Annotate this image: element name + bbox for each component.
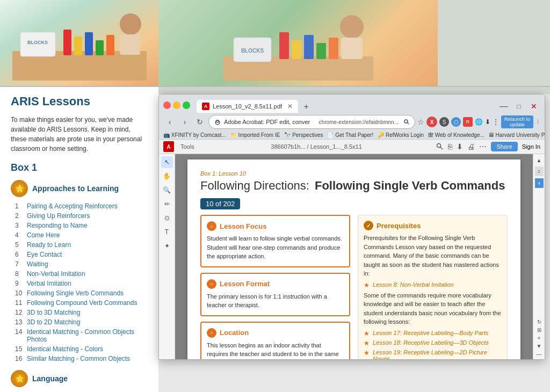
location-icon: ○ xyxy=(207,328,216,338)
window-maximize-button[interactable] xyxy=(183,101,190,109)
pdf-download-icon[interactable]: ⬇ xyxy=(457,142,463,151)
pdf-print-icon[interactable]: 🖨 xyxy=(467,142,475,151)
list-item: 16Similar Matching - Common Objects xyxy=(15,354,148,364)
lesson-link-waiting[interactable]: Waiting xyxy=(27,260,48,268)
pdf-hand-tool[interactable]: ✋ xyxy=(161,170,173,182)
new-tab-button[interactable]: + xyxy=(300,101,312,113)
lesson-link-following-compound[interactable]: Following Compound Verb Commands xyxy=(27,299,137,307)
location-box: ○ Location This lesson begins as an indo… xyxy=(200,322,350,360)
bookmark-item[interactable]: 🔭 Perspectives xyxy=(284,132,323,138)
share-button[interactable]: Share xyxy=(491,142,517,151)
back-button[interactable]: ‹ xyxy=(163,115,176,128)
extension-icon-1[interactable]: X xyxy=(426,117,437,127)
lesson-link[interactable]: Ready to Learn xyxy=(27,241,71,249)
pdf-zoom-in-icon[interactable]: + xyxy=(538,335,541,341)
pdf-main[interactable]: Box 1: Lesson 10 Following Directions: F… xyxy=(175,154,533,359)
adobe-logo: A xyxy=(163,141,174,152)
page-thumb-2[interactable]: 2 xyxy=(535,166,544,176)
forward-button[interactable]: › xyxy=(178,115,191,128)
hero-image-top: BLOCKS xyxy=(158,0,438,86)
svg-rect-14 xyxy=(74,37,82,55)
star-item-4: ★ Lesson 19: Receptive Labeling—2D Pictu… xyxy=(364,349,502,360)
lesson-link[interactable]: 3D to 2D Matching xyxy=(27,318,80,326)
svg-rect-15 xyxy=(85,32,93,55)
pdf-cursor-tool[interactable]: ↖ xyxy=(161,156,173,168)
svg-rect-13 xyxy=(63,30,71,55)
tab-close-button[interactable]: ✕ xyxy=(287,103,293,110)
svg-point-22 xyxy=(404,120,408,123)
lesson-link[interactable]: Non-Verbal Imitation xyxy=(27,270,85,278)
extension-icon-2[interactable]: S xyxy=(439,117,449,127)
pdf-stamp-tool[interactable]: ✦ xyxy=(161,240,173,252)
window-close-button[interactable] xyxy=(163,101,171,109)
lesson-link[interactable]: Pairing & Accepting Reinforcers xyxy=(27,202,118,210)
lesson-link[interactable]: Similar Matching - Common Objects xyxy=(27,355,130,362)
download-icon[interactable]: ⬇ xyxy=(485,118,490,126)
tools-button[interactable]: Tools xyxy=(178,142,197,151)
bookmark-item[interactable]: 📁 Imported From IE xyxy=(230,132,280,138)
url-bar[interactable]: Adobe Acrobat: PDF edit, conver chrome-e… xyxy=(208,115,415,129)
pdf-nav-up[interactable]: ▲ xyxy=(535,156,543,164)
window-restore-btn[interactable]: □ xyxy=(512,100,525,113)
bookmark-item[interactable]: 📄 Get That Paper! xyxy=(327,132,373,138)
window-close-btn2[interactable]: ✕ xyxy=(527,100,540,113)
pdf-nav-down[interactable]: ▼ xyxy=(537,343,542,349)
bookmark-item[interactable]: 🕸 Web of Knowledge... xyxy=(428,132,484,138)
box-title: Box 1 xyxy=(11,162,148,173)
pdf-text-tool[interactable]: T xyxy=(161,226,173,238)
pdf-more-icon[interactable]: ⋯ xyxy=(479,142,487,151)
pdf-annotate-tool[interactable]: ✏ xyxy=(161,198,173,210)
reload-button[interactable]: ↻ xyxy=(193,115,206,128)
prerequisites-label: Prerequisites xyxy=(377,222,421,230)
bookmark-item[interactable]: 🔑 RefWorks Login xyxy=(378,132,424,138)
bookmark-item[interactable]: 📺 XFINITY by Comcast... xyxy=(163,132,226,138)
lesson-link[interactable]: 3D to 3D Matching xyxy=(27,309,80,316)
page-thumb-4[interactable]: 4 xyxy=(535,178,544,188)
pdf-copy-icon[interactable]: ⎘ xyxy=(448,142,452,151)
signin-link[interactable]: Sign In xyxy=(522,143,540,150)
pdf-search-icon[interactable] xyxy=(436,143,444,150)
lock-icon xyxy=(214,119,221,125)
pdf-refresh-icon[interactable]: ↻ xyxy=(537,319,541,325)
lesson-link[interactable]: Identical Matching - Colors xyxy=(27,345,103,353)
pdf-layers-icon[interactable]: ⊞ xyxy=(537,327,541,333)
window-minimize-button[interactable] xyxy=(173,101,180,109)
prerequisites-icon: ✓ xyxy=(364,221,373,230)
lesson-link-responding-name[interactable]: Responding to Name xyxy=(27,222,88,229)
list-item: 2Giving Up Reinforcers xyxy=(15,211,148,221)
lesson-link[interactable]: Giving Up Reinforcers xyxy=(27,212,90,220)
lesson-link[interactable]: Verbal Imitation xyxy=(27,280,71,287)
address-bar: ‹ › ↻ Adobe Acrobat: PDF edit, conver ch… xyxy=(159,113,545,131)
lesson-link-identical-matching[interactable]: Identical Matching - Common Objects Phot… xyxy=(27,328,148,343)
svg-line-23 xyxy=(408,123,409,125)
svg-point-18 xyxy=(120,13,141,35)
menu-icon[interactable]: ⋮ xyxy=(493,118,499,126)
extension-icon-3[interactable]: ⬡ xyxy=(451,117,461,127)
pdf-col-left: ○ Lesson Focus Student will learn to fol… xyxy=(200,215,350,359)
star-icon-2: ★ xyxy=(364,330,370,337)
active-tab[interactable]: A Lesson_10_v2_8.5x11.pdf ✕ xyxy=(197,100,298,113)
window-minimize-btn2[interactable]: — xyxy=(497,100,510,113)
relaunch-button[interactable]: Relaunch to update xyxy=(501,115,533,128)
extension-icon-5[interactable]: 🌐 xyxy=(475,118,483,126)
lesson-focus-label: Lesson Focus xyxy=(220,222,266,230)
pdf-zoom-out-icon[interactable]: — xyxy=(537,351,542,357)
pdf-highlight-tool[interactable]: ⊙ xyxy=(161,212,173,224)
lesson-format-box: ○ Lesson Format The primary lesson is fo… xyxy=(200,273,350,316)
list-item: 7Waiting xyxy=(15,259,148,269)
bookmark-item[interactable]: 🏛 Harvard University P... xyxy=(489,132,545,138)
section1-list: 1Pairing & Accepting Reinforcers 2Giving… xyxy=(15,201,148,364)
aris-title: ARIS Lessons xyxy=(11,95,148,108)
pdf-zoom-tool[interactable]: 🔍 xyxy=(161,184,173,196)
relaunch-menu-icon[interactable]: ⋮ xyxy=(535,119,540,125)
section1-icon: 🌟 xyxy=(11,180,28,197)
bookmark-star-icon[interactable]: ☆ xyxy=(417,118,424,126)
lesson-link-come-here[interactable]: Come Here xyxy=(27,231,60,239)
url-text: Adobe Acrobat: PDF edit, conver xyxy=(224,119,316,125)
svg-line-25 xyxy=(440,147,443,150)
extension-icon-4[interactable]: R xyxy=(463,117,473,127)
lesson-focus-icon: ○ xyxy=(207,221,216,231)
lesson-link-following-single[interactable]: Following Single Verb Commands xyxy=(27,289,124,297)
lesson-link[interactable]: Eye Contact xyxy=(27,251,62,258)
prereq-additional-text: Some of the commands require more vocabu… xyxy=(364,291,502,326)
